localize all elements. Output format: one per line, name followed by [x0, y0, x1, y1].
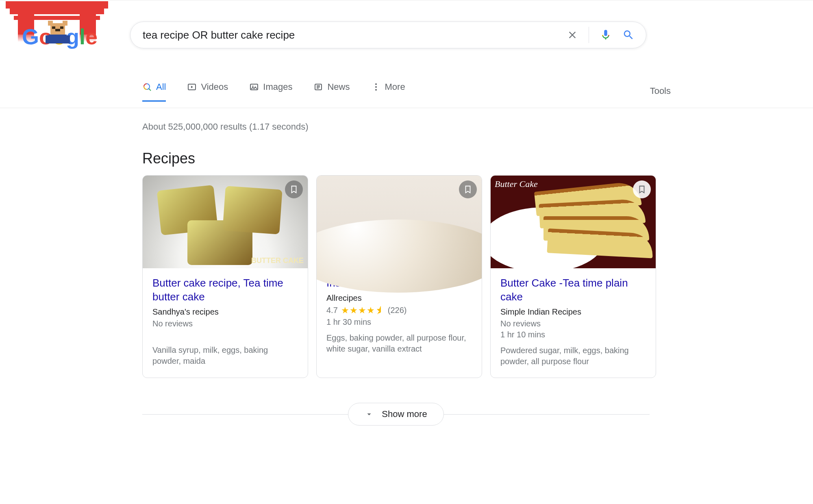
star-icon: ★★★★⯨	[341, 305, 385, 316]
tab-images[interactable]: Images	[249, 82, 292, 102]
recipe-ingredients: Vanilla syrup, milk, eggs, baking powder…	[152, 345, 298, 367]
svg-point-27	[375, 86, 377, 88]
svg-rect-0	[6, 1, 108, 9]
recipe-card: Butter Cake Butter Cake -Tea time plain …	[490, 175, 656, 378]
recipe-cards: BUTTER CAKE Butter cake recipe, Tea time…	[142, 175, 656, 378]
recipe-time: 1 hr 30 mins	[326, 317, 472, 327]
tab-more-label: More	[385, 82, 405, 92]
recipe-source: Allrecipes	[326, 293, 472, 303]
tab-all[interactable]: All	[142, 82, 166, 102]
rating-count: (226)	[388, 306, 407, 315]
svg-point-26	[375, 83, 377, 85]
recipe-thumbnail[interactable]: BUTTER CAKE	[143, 176, 308, 268]
recipe-reviews: No reviews	[152, 319, 298, 328]
recipe-rating: 4.7 ★★★★⯨ (226)	[326, 305, 472, 316]
bookmark-icon[interactable]	[285, 180, 303, 198]
svg-rect-2	[18, 14, 34, 35]
svg-rect-13	[55, 29, 60, 31]
svg-rect-16	[65, 35, 70, 43]
recipe-card: Irish Tea Cake Allrecipes 4.7 ★★★★⯨ (226…	[316, 175, 482, 378]
svg-rect-11	[52, 26, 55, 29]
tools-button[interactable]: Tools	[650, 86, 671, 96]
svg-rect-12	[60, 26, 63, 29]
recipe-ingredients: Eggs, baking powder, all purpose flour, …	[326, 332, 472, 354]
recipe-source: Simple Indian Recipes	[500, 307, 646, 317]
recipe-ingredients: Powdered sugar, milk, eggs, baking powde…	[500, 345, 646, 367]
tab-news[interactable]: News	[313, 82, 350, 102]
recipe-reviews: No reviews	[500, 319, 646, 328]
tab-videos[interactable]: Videos	[187, 82, 228, 102]
svg-rect-14	[49, 35, 67, 43]
svg-point-28	[375, 89, 377, 91]
svg-rect-6	[80, 32, 96, 42]
svg-rect-3	[80, 14, 96, 35]
bookmark-icon[interactable]	[633, 180, 651, 198]
thumbnail-watermark: Butter Cake	[495, 179, 538, 189]
recipe-thumbnail[interactable]	[317, 176, 482, 268]
search-input[interactable]	[130, 29, 567, 41]
svg-point-21	[252, 85, 254, 87]
section-title-recipes: Recipes	[142, 150, 195, 167]
tab-images-label: Images	[263, 82, 292, 92]
mic-icon[interactable]	[600, 29, 612, 41]
svg-rect-10	[63, 21, 67, 26]
recipe-time: 1 hr 10 mins	[500, 330, 646, 339]
svg-text:Google: Google	[22, 24, 98, 49]
search-icon[interactable]	[622, 29, 635, 41]
svg-rect-8	[50, 23, 65, 35]
tab-all-label: All	[156, 82, 166, 92]
search-bar	[130, 22, 646, 48]
recipe-card: BUTTER CAKE Butter cake recipe, Tea time…	[142, 175, 308, 378]
show-more-button[interactable]: Show more	[348, 403, 443, 426]
tab-videos-label: Videos	[201, 82, 228, 92]
recipe-time	[152, 330, 298, 339]
bookmark-icon[interactable]	[459, 180, 477, 198]
tab-more[interactable]: More	[371, 82, 405, 102]
svg-rect-1	[10, 9, 104, 14]
recipe-title[interactable]: Butter Cake -Tea time plain cake	[500, 276, 646, 304]
tab-news-label: News	[327, 82, 350, 92]
google-doodle-logo[interactable]: Google	[4, 0, 110, 52]
chevron-down-icon	[365, 410, 374, 419]
recipe-source: Sandhya's recipes	[152, 307, 298, 317]
recipe-title[interactable]: Butter cake recipe, Tea time butter cake	[152, 276, 298, 304]
svg-line-18	[149, 89, 151, 91]
show-more-label: Show more	[382, 409, 427, 419]
svg-rect-15	[46, 35, 50, 43]
clear-icon[interactable]	[567, 29, 578, 41]
svg-rect-5	[18, 32, 34, 42]
rating-value: 4.7	[326, 306, 338, 315]
recipe-thumbnail[interactable]: Butter Cake	[491, 176, 656, 268]
svg-rect-9	[48, 21, 53, 26]
svg-rect-4	[14, 16, 100, 20]
thumbnail-watermark: BUTTER CAKE	[251, 257, 304, 264]
result-stats: About 525,000,000 results (1.17 seconds)	[142, 122, 309, 132]
